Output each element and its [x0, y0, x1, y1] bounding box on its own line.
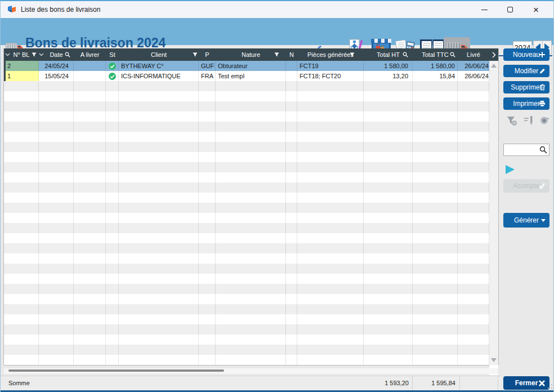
ring-icon[interactable]: [539, 115, 550, 126]
empty-cell: [199, 335, 216, 345]
empty-table-row[interactable]: [4, 304, 489, 314]
close-button[interactable]: ×: [523, 1, 549, 18]
empty-table-row[interactable]: [4, 324, 489, 335]
edit-list-icon[interactable]: [523, 115, 534, 126]
filter-funnel-icon[interactable]: [350, 52, 355, 57]
empty-cell: [106, 304, 119, 314]
horizontal-scrollbar-thumb[interactable]: [8, 369, 224, 372]
column-header-st[interactable]: St: [106, 48, 119, 61]
column-header-p[interactable]: P: [199, 48, 216, 61]
empty-table-row[interactable]: [4, 294, 489, 304]
empty-cell: [106, 264, 119, 274]
chevron-down-icon[interactable]: [5, 53, 10, 56]
filter-add-icon[interactable]: [506, 115, 517, 126]
generate-button[interactable]: Générer: [503, 213, 549, 228]
empty-table-row[interactable]: [4, 142, 489, 152]
scroll-up-icon[interactable]: [491, 64, 497, 68]
resize-grip[interactable]: [548, 384, 552, 389]
empty-cell: [297, 172, 364, 182]
empty-table-row[interactable]: [4, 112, 489, 122]
column-header-client[interactable]: Client: [119, 48, 199, 61]
trash-icon: [539, 84, 546, 91]
empty-table-row[interactable]: [4, 132, 489, 142]
empty-table-row[interactable]: [4, 152, 489, 162]
empty-table-row[interactable]: [4, 193, 489, 203]
close-window-button[interactable]: Fermer: [503, 376, 549, 390]
column-header-nature[interactable]: Nature: [216, 48, 286, 61]
deposit-button[interactable]: Acompte: [503, 179, 549, 193]
filter-funnel-icon[interactable]: [274, 52, 279, 57]
horizontal-scrollbar[interactable]: [4, 368, 498, 374]
table-row[interactable]: 115/05/24ICS-INFORMATIQUEFRATest emplFCT…: [4, 71, 489, 81]
empty-cell: [297, 142, 364, 152]
empty-table-row[interactable]: [4, 335, 489, 345]
vertical-scrollbar[interactable]: [489, 61, 498, 365]
empty-table-row[interactable]: [4, 203, 489, 213]
empty-table-row[interactable]: [4, 264, 489, 274]
empty-table-row[interactable]: [4, 233, 489, 243]
column-header-alivrer[interactable]: A livrer: [74, 48, 106, 61]
empty-cell: [119, 324, 199, 335]
cell-date: 24/05/24: [39, 61, 74, 71]
empty-table-row[interactable]: [4, 81, 489, 91]
edit-button[interactable]: Modifier: [503, 65, 549, 77]
search-icon[interactable]: [539, 146, 547, 154]
maximize-button[interactable]: [497, 1, 523, 18]
column-header-nobl[interactable]: N° BL: [4, 48, 39, 61]
print-button[interactable]: Imprimer: [503, 97, 549, 110]
empty-cell: [286, 264, 297, 274]
empty-table-row[interactable]: [4, 101, 489, 112]
empty-table-row[interactable]: [4, 355, 489, 365]
empty-table-row[interactable]: [4, 345, 489, 355]
empty-cell: [364, 335, 413, 345]
empty-cell: [39, 355, 74, 365]
minimize-button[interactable]: [471, 1, 497, 18]
empty-table-row[interactable]: [4, 284, 489, 294]
empty-cell: [364, 152, 413, 162]
search-loupe-icon[interactable]: [450, 52, 455, 57]
delete-button[interactable]: Supprimer: [503, 81, 549, 93]
column-header-ht[interactable]: Total HT: [364, 48, 413, 61]
empty-table-row[interactable]: [4, 162, 489, 172]
search-loupe-icon[interactable]: [403, 52, 408, 57]
filter-funnel-icon[interactable]: [193, 52, 198, 57]
empty-cell: [4, 294, 39, 304]
empty-table-row[interactable]: [4, 91, 489, 101]
empty-cell: [286, 304, 297, 314]
empty-table-row[interactable]: [4, 172, 489, 182]
status-ok-icon: [109, 63, 116, 70]
empty-table-row[interactable]: [4, 213, 489, 223]
empty-table-row[interactable]: [4, 182, 489, 193]
play-icon[interactable]: [506, 165, 515, 174]
column-header-livre[interactable]: Livré: [458, 48, 489, 61]
empty-cell: [119, 162, 199, 172]
empty-cell: [458, 223, 489, 233]
column-header-ttc[interactable]: Total TTC: [413, 48, 458, 61]
empty-cell: [39, 314, 74, 324]
column-header-pieces[interactable]: Pièces générées: [297, 48, 364, 61]
column-header-date[interactable]: Date: [39, 48, 74, 61]
table-row[interactable]: 224/05/24BYTHEWAY C°GUFObturateurFCT191 …: [4, 61, 489, 71]
empty-cell: [364, 233, 413, 243]
empty-cell: [119, 233, 199, 243]
new-button[interactable]: Nouveau: [503, 48, 549, 61]
empty-table-row[interactable]: [4, 243, 489, 253]
search-loupe-icon[interactable]: [65, 52, 70, 57]
empty-cell: [216, 203, 286, 213]
empty-cell: [119, 81, 199, 91]
empty-table-row[interactable]: [4, 314, 489, 324]
scroll-down-icon[interactable]: [491, 358, 497, 362]
sum-total-ttc: 1 595,84: [415, 380, 455, 386]
empty-table-row[interactable]: [4, 223, 489, 233]
empty-cell: [39, 203, 74, 213]
empty-cell: [119, 142, 199, 152]
column-label-n: N: [289, 51, 294, 58]
scroll-columns-right-button[interactable]: [489, 48, 498, 61]
empty-table-row[interactable]: [4, 253, 489, 264]
empty-table-row[interactable]: [4, 122, 489, 132]
empty-cell: [458, 132, 489, 142]
empty-table-row[interactable]: [4, 274, 489, 284]
column-header-n[interactable]: N: [286, 48, 297, 61]
filter-funnel-icon[interactable]: [32, 52, 37, 57]
print-button-label: Imprimer: [513, 100, 539, 108]
